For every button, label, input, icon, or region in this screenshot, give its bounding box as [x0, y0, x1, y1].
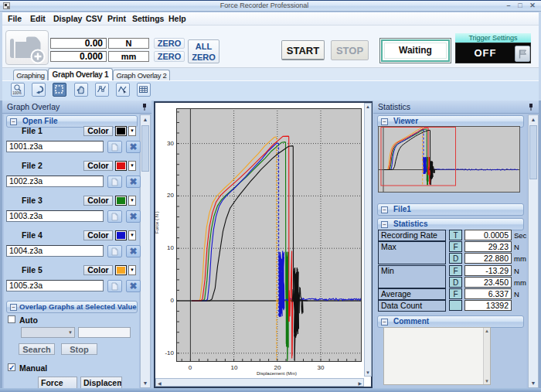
svg-text:100%: 100% [12, 91, 22, 95]
